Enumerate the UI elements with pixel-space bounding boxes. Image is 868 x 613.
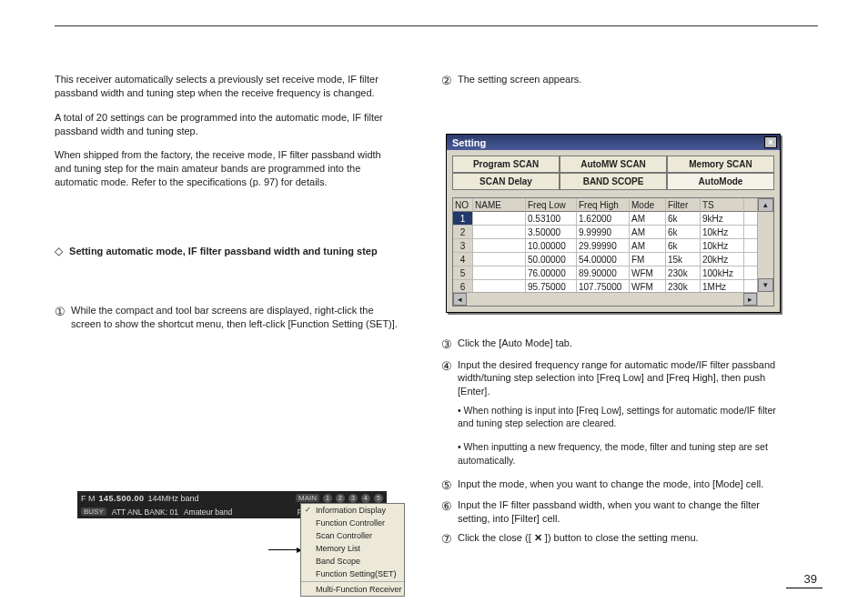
cell-filter[interactable]: 6k: [666, 212, 701, 226]
table-row[interactable]: 450.0000054.00000FM15k20kHz: [453, 253, 773, 266]
cell-freqlow[interactable]: 76.00000: [526, 266, 577, 280]
right-column-lower: ③ Click the [Auto Mode] tab. ④ Input the…: [441, 337, 787, 553]
preset-1[interactable]: 1: [323, 494, 332, 503]
cell-no[interactable]: 3: [453, 239, 473, 253]
cell-freqlow[interactable]: 10.00000: [526, 239, 577, 253]
menu-band-scope[interactable]: Band Scope: [301, 555, 404, 568]
col-no: NO: [453, 198, 473, 212]
setting-titlebar: Setting ×: [447, 135, 780, 150]
cell-filter[interactable]: 230k: [666, 266, 701, 280]
scroll-left-icon[interactable]: ◂: [453, 293, 467, 306]
cell-mode[interactable]: AM: [630, 239, 666, 253]
cell-filter[interactable]: 6k: [666, 239, 701, 253]
menu-multifunction[interactable]: Multi-Function Receiver: [301, 583, 404, 596]
menu-memory-list[interactable]: Memory List: [301, 542, 404, 555]
cell-mode[interactable]: FM: [630, 253, 666, 266]
tab-scan-delay[interactable]: SCAN Delay: [452, 173, 560, 190]
cell-no[interactable]: 5: [453, 266, 473, 280]
num-1: ①: [55, 304, 66, 331]
step-4-note-a: • When nothing is input into [Freq Low],…: [458, 404, 787, 429]
cell-freqhigh[interactable]: 9.99990: [577, 226, 630, 239]
cell-no[interactable]: 4: [453, 253, 473, 266]
right-column: ② The setting screen appears.: [441, 73, 787, 95]
cell-name[interactable]: [473, 266, 526, 280]
cell-ts[interactable]: 10kHz: [701, 239, 744, 253]
menu-function-controller[interactable]: Function Controller: [301, 517, 404, 529]
cell-filter[interactable]: 6k: [666, 226, 701, 239]
tab-memory-scan[interactable]: Memory SCAN: [667, 156, 774, 173]
col-mode: Mode: [630, 198, 666, 212]
num-5: ⑤: [441, 477, 452, 494]
grid-body: 10.531001.62000AM6k9kHz23.500009.99990AM…: [453, 212, 773, 294]
scrollbar-horizontal[interactable]: ◂ ▸: [453, 292, 757, 306]
cell-mode[interactable]: AM: [630, 212, 666, 226]
num-4: ④: [441, 358, 452, 399]
cell-freqhigh[interactable]: 89.90000: [577, 266, 630, 280]
cell-mode[interactable]: AM: [630, 226, 666, 239]
cell-ts[interactable]: 9kHz: [701, 212, 744, 226]
step-6: ⑥ Input the IF filter passband width, wh…: [441, 498, 787, 526]
cell-freqlow[interactable]: 50.00000: [526, 253, 577, 266]
num-3: ③: [441, 337, 452, 353]
cell-no[interactable]: 1: [453, 212, 473, 226]
intro-p2: A total of 20 settings can be programmed…: [55, 111, 400, 138]
cell-name[interactable]: [473, 226, 526, 239]
cell-filter[interactable]: 15k: [666, 253, 701, 266]
cell-freqhigh[interactable]: 54.00000: [577, 253, 630, 266]
cell-freqhigh[interactable]: 29.99990: [577, 239, 630, 253]
table-row[interactable]: 310.0000029.99990AM6k10kHz: [453, 239, 773, 253]
col-filter: Filter: [666, 198, 701, 212]
menu-info-display[interactable]: Information Display: [301, 504, 404, 517]
tab-automode[interactable]: AutoMode: [667, 173, 774, 190]
cell-name[interactable]: [473, 239, 526, 253]
scroll-down-icon[interactable]: ▾: [758, 278, 773, 292]
preset-4[interactable]: 4: [361, 494, 370, 503]
cell-ts[interactable]: 10kHz: [701, 226, 744, 239]
step-4-text: Input the desired frequency range for au…: [458, 358, 787, 399]
cell-name[interactable]: [473, 212, 526, 226]
menu-function-setting[interactable]: Function Setting(SET): [301, 568, 404, 580]
badge-main: MAIN: [296, 494, 319, 502]
table-row[interactable]: 576.0000089.90000WFM230k100kHz: [453, 266, 773, 280]
tab-automw-scan[interactable]: AutoMW SCAN: [560, 156, 667, 173]
close-icon[interactable]: ×: [764, 136, 777, 148]
subhead-text: Setting automatic mode, IF filter passba…: [69, 246, 378, 256]
table-row[interactable]: 10.531001.62000AM6k9kHz: [453, 212, 773, 226]
col-freqlow: Freq Low: [526, 198, 577, 212]
cell-freqlow[interactable]: 0.53100: [526, 212, 577, 226]
freq-display: 145.500.00: [99, 494, 145, 503]
busy-badge: BUSY: [81, 507, 106, 516]
grid-header: NO NAME Freq Low Freq High Mode Filter T…: [453, 198, 773, 212]
menu-scan-controller[interactable]: Scan Controller: [301, 529, 404, 542]
mode-label: F M: [81, 494, 96, 503]
cell-ts[interactable]: 100kHz: [701, 266, 744, 280]
tab-row-1: Program SCAN AutoMW SCAN Memory SCAN: [452, 156, 774, 173]
cell-mode[interactable]: WFM: [630, 266, 666, 280]
intro-p1: This receiver automatically selects a pr…: [55, 73, 400, 100]
step-4-note-b: • When inputting a new frequency, the mo…: [458, 440, 787, 466]
preset-2[interactable]: 2: [336, 494, 345, 503]
scroll-up-icon[interactable]: ▴: [758, 198, 773, 212]
intro-p3: When shipped from the factory, the recei…: [55, 148, 400, 189]
automode-grid: NO NAME Freq Low Freq High Mode Filter T…: [452, 197, 774, 306]
preset-5[interactable]: 5: [374, 494, 383, 503]
menu-separator: [301, 581, 404, 582]
left-column: This receiver automatically selects a pr…: [55, 73, 400, 337]
col-ts: TS: [701, 198, 744, 212]
cell-ts[interactable]: 20kHz: [701, 253, 744, 266]
cell-freqlow[interactable]: 3.50000: [526, 226, 577, 239]
preset-3[interactable]: 3: [348, 494, 358, 503]
amateur-band-label: Amateur band: [184, 507, 232, 517]
tab-band-scope[interactable]: BAND SCOPE: [560, 173, 667, 190]
table-row[interactable]: 23.500009.99990AM6k10kHz: [453, 226, 773, 239]
scrollbar-vertical[interactable]: ▴ ▾: [757, 198, 773, 306]
att-anl-bank: ATT ANL BANK: 01: [112, 507, 178, 517]
tab-program-scan[interactable]: Program SCAN: [452, 156, 560, 173]
cell-freqhigh[interactable]: 1.62000: [577, 212, 630, 226]
setting-title: Setting: [452, 137, 486, 148]
step-5-text: Input the mode, when you want to change …: [458, 477, 763, 494]
cell-no[interactable]: 2: [453, 226, 473, 239]
scroll-right-icon[interactable]: ▸: [743, 293, 757, 306]
cell-name[interactable]: [473, 253, 526, 266]
setting-window: Setting × Program SCAN AutoMW SCAN Memor…: [446, 134, 781, 313]
